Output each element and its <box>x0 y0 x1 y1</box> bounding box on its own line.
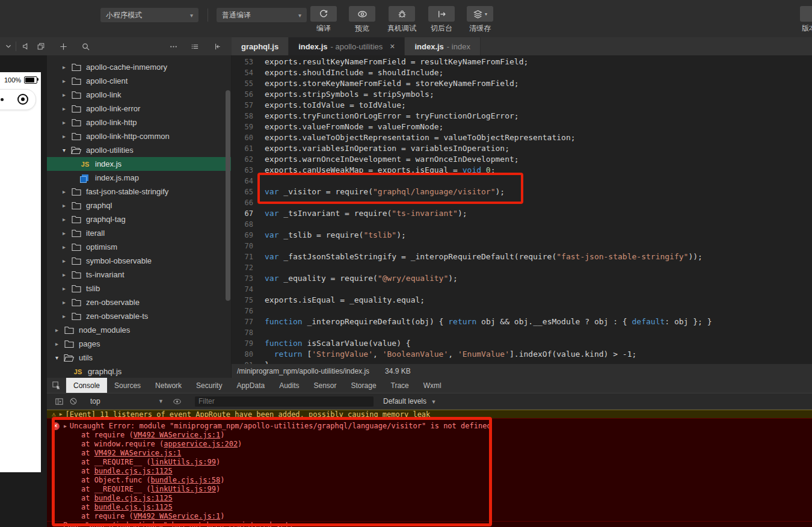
code-editor[interactable]: 53exports.resultKeyNameFromField = resul… <box>232 55 812 364</box>
stack-link[interactable]: VM492 WAService.js:1 <box>134 512 221 520</box>
stack-link[interactable]: linkUtils.js:99 <box>151 485 216 493</box>
line-number[interactable]: 63 <box>232 165 253 176</box>
tree-item-tslib[interactable]: ▸tslib <box>47 282 231 295</box>
chevron-collapsed-icon[interactable]: ▸ <box>63 230 71 236</box>
console-tab-storage[interactable]: Storage <box>344 378 384 393</box>
inspect-element-icon[interactable] <box>47 378 66 393</box>
context-select[interactable]: top ▼ <box>90 397 164 405</box>
tree-scrollbar[interactable] <box>226 90 230 301</box>
expand-triangle-icon[interactable]: ▶ <box>64 424 67 429</box>
stack-link[interactable]: VM492 WAService.js:1 <box>94 449 182 457</box>
console-tab-network[interactable]: Network <box>148 378 189 393</box>
chevron-collapsed-icon[interactable]: ▸ <box>63 64 71 70</box>
chevron-collapsed-icon[interactable]: ▸ <box>63 105 71 112</box>
tree-item-index.js[interactable]: JSindex.js <box>47 157 231 171</box>
tree-item-fast-json-stable-stringify[interactable]: ▸fast-json-stable-stringify <box>47 185 231 199</box>
code-line[interactable]: 74 <box>232 284 812 295</box>
tree-item-optimism[interactable]: ▸optimism <box>47 240 231 254</box>
add-file-icon[interactable] <box>58 41 69 52</box>
editor-tab-index.js[interactable]: index.js- apollo-utilities× <box>289 37 405 55</box>
tree-item-apollo-client[interactable]: ▸apollo-client <box>47 74 231 88</box>
code-line[interactable]: 69var _tslib = require("tslib"); <box>232 230 812 241</box>
compile-mode-select[interactable]: 普通编译 ▾ <box>217 8 307 22</box>
line-number[interactable]: 80 <box>232 349 253 360</box>
code-line[interactable]: 73var _equality = require("@wry/equality… <box>232 273 812 284</box>
console-tab-console[interactable]: Console <box>66 378 107 393</box>
code-line[interactable]: 55exports.storeKeyNameFromField = storeK… <box>232 78 812 89</box>
tree-item-symbol-observable[interactable]: ▸symbol-observable <box>47 254 231 268</box>
simulator-screen[interactable]: 100% <box>0 72 41 472</box>
panel-toggle-icon[interactable] <box>52 397 66 406</box>
switch-background-button[interactable]: 切后台 <box>428 6 455 34</box>
close-target-icon[interactable] <box>17 94 28 105</box>
line-number[interactable]: 61 <box>232 143 253 154</box>
line-number[interactable]: 67 <box>232 208 253 219</box>
code-line[interactable]: 72 <box>232 262 812 273</box>
tree-item-apollo-link[interactable]: ▸apollo-link <box>47 88 231 102</box>
chevron-collapsed-icon[interactable]: ▸ <box>63 78 71 84</box>
code-line[interactable]: 58exports.tryFunctionOrLogError = tryFun… <box>232 111 812 122</box>
code-line[interactable]: 60exports.valueToObjectRepresentation = … <box>232 132 812 143</box>
line-number[interactable]: 74 <box>232 284 253 295</box>
search-icon[interactable] <box>80 41 91 52</box>
stack-link[interactable]: bundle.cjs.js:1125 <box>94 503 173 511</box>
outline-icon[interactable] <box>189 41 200 52</box>
tree-item-pages[interactable]: ▸pages <box>47 337 231 351</box>
tree-item-apollo-utilities[interactable]: ▾apollo-utilities <box>47 143 231 157</box>
chevron-collapsed-icon[interactable]: ▸ <box>63 244 71 250</box>
line-number[interactable]: 55 <box>232 78 253 89</box>
tree-item-graphql[interactable]: ▸graphql <box>47 199 231 212</box>
code-line[interactable]: 71var _fastJsonStableStringify = _intero… <box>232 251 812 262</box>
chevron-collapsed-icon[interactable]: ▸ <box>55 341 64 347</box>
console-tab-sources[interactable]: Sources <box>107 378 148 393</box>
code-line[interactable]: 64 <box>232 176 812 186</box>
chevron-collapsed-icon[interactable]: ▸ <box>63 313 71 319</box>
code-line[interactable]: 78 <box>232 327 812 338</box>
line-number[interactable]: 69 <box>232 230 253 241</box>
preview-button[interactable]: 预览 <box>349 6 375 34</box>
code-line[interactable]: 53exports.resultKeyNameFromField = resul… <box>232 57 812 67</box>
volume-icon[interactable] <box>20 41 31 52</box>
line-number[interactable]: 59 <box>232 122 253 132</box>
code-line[interactable]: 79function isScalarValue(value) { <box>232 338 812 349</box>
console-tab-audits[interactable]: Audits <box>272 378 306 393</box>
stack-link[interactable]: bundle.cjs.js:1125 <box>94 467 173 475</box>
code-line[interactable]: 68 <box>232 219 812 230</box>
line-number[interactable]: 53 <box>232 57 253 67</box>
tree-item-ts-invariant[interactable]: ▸ts-invariant <box>47 268 231 282</box>
tree-item-zen-observable[interactable]: ▸zen-observable <box>47 295 231 309</box>
code-line[interactable]: 67var _tsInvariant = require("ts-invaria… <box>232 208 812 219</box>
code-line[interactable]: 63exports.canUseWeakMap = exports.isEqua… <box>232 165 812 176</box>
more-icon[interactable] <box>168 41 179 52</box>
editor-tab-graphql.js[interactable]: graphql.js <box>232 37 289 55</box>
code-line[interactable]: 56exports.stripSymbols = stripSymbols; <box>232 89 812 100</box>
expand-triangle-icon[interactable]: ▶ <box>60 411 63 417</box>
console-tab-appdata[interactable]: AppData <box>229 378 272 393</box>
chevron-expanded-icon[interactable]: ▾ <box>63 147 71 153</box>
more-dot-icon[interactable] <box>1 98 4 101</box>
line-number[interactable]: 78 <box>232 327 253 338</box>
code-line[interactable]: 70 <box>232 241 812 251</box>
code-line[interactable]: 77function _interopRequireDefault(obj) {… <box>232 316 812 327</box>
log-levels-select[interactable]: Default levels ▼ <box>383 397 436 405</box>
line-number[interactable]: 58 <box>232 111 253 122</box>
editor-tab-index.js[interactable]: index.js- index <box>405 37 480 55</box>
line-number[interactable]: 64 <box>232 176 253 186</box>
stack-link[interactable]: bundle.cjs.js:1125 <box>94 494 173 502</box>
code-line[interactable]: 76 <box>232 306 812 316</box>
console-tab-sensor[interactable]: Sensor <box>307 378 344 393</box>
tree-item-apollo-link-error[interactable]: ▸apollo-link-error <box>47 102 231 116</box>
chevron-collapsed-icon[interactable]: ▸ <box>55 327 64 333</box>
chevron-down-icon[interactable] <box>3 41 14 52</box>
chevron-expanded-icon[interactable]: ▾ <box>55 354 64 361</box>
stack-link[interactable]: VM492 WAService.js:1 <box>134 431 221 439</box>
line-number[interactable]: 72 <box>232 262 253 273</box>
line-number[interactable]: 71 <box>232 251 253 262</box>
code-line[interactable]: 65var _visitor = require("graphql/langua… <box>232 186 812 197</box>
console-tab-security[interactable]: Security <box>189 378 229 393</box>
code-line[interactable]: 61exports.variablesInOperation = variabl… <box>232 143 812 154</box>
tree-item-node_modules[interactable]: ▸node_modules <box>47 323 231 337</box>
line-number[interactable]: 70 <box>232 241 253 251</box>
stack-link[interactable]: appservice.js:202 <box>164 440 238 448</box>
chevron-collapsed-icon[interactable]: ▸ <box>63 216 71 223</box>
